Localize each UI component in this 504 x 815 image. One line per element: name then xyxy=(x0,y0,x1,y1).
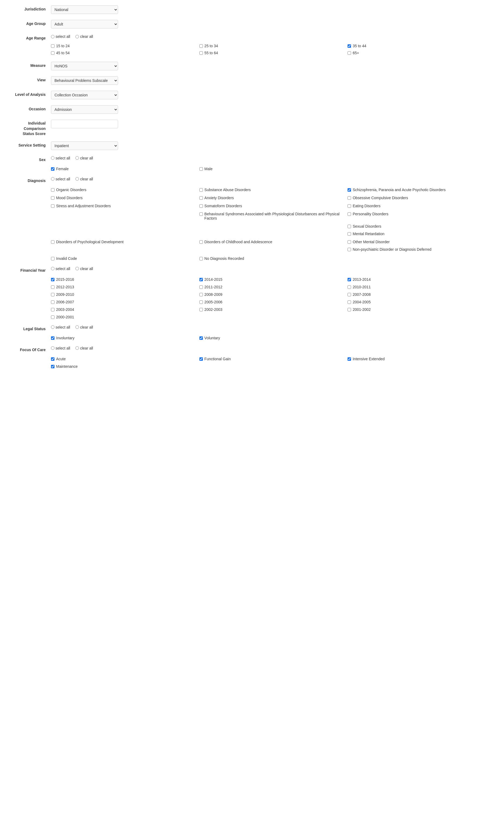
diagnosis-select-all-radio[interactable] xyxy=(51,177,54,181)
occasion-select[interactable]: Admission xyxy=(51,105,118,114)
fy-select-all-radio[interactable] xyxy=(51,267,54,270)
diag-organic-cb[interactable] xyxy=(51,188,54,192)
sex-male-item[interactable]: Male xyxy=(199,166,348,172)
diag-sexual-cb[interactable] xyxy=(348,225,351,228)
diag-non-psychiatric-cb[interactable] xyxy=(348,248,351,251)
fy-2008-2009[interactable]: 2008-2009 xyxy=(199,291,348,298)
level-of-analysis-select[interactable]: Collection Occasion xyxy=(51,91,118,99)
ls-select-all-label[interactable]: select all xyxy=(51,325,70,329)
sex-clear-all-label[interactable]: clear all xyxy=(75,156,93,160)
fy-clear-all-radio[interactable] xyxy=(75,267,79,270)
fy-2014-2015-cb[interactable] xyxy=(199,278,203,281)
age-range-clear-all-radio[interactable] xyxy=(75,35,79,38)
diag-somatoform[interactable]: Somatoform Disorders xyxy=(199,203,348,209)
diag-ocd[interactable]: Obsessive Compulsive Disorders xyxy=(348,195,496,201)
foc-clear-all-radio[interactable] xyxy=(75,346,79,350)
age-range-clear-all-label[interactable]: clear all xyxy=(75,34,93,39)
diag-stress[interactable]: Stress and Adjustment Disorders xyxy=(51,203,199,209)
fy-2000-2001-cb[interactable] xyxy=(51,315,54,319)
diag-other-mental-cb[interactable] xyxy=(348,240,351,244)
foc-acute-cb[interactable] xyxy=(51,357,54,361)
fy-2000-2001[interactable]: 2000-2001 xyxy=(51,314,199,320)
diag-other-mental[interactable]: Other Mental Disorder xyxy=(348,239,496,245)
jurisdiction-select[interactable]: National xyxy=(51,5,118,14)
foc-intensive-extended[interactable]: Intensive Extended xyxy=(348,356,496,362)
fy-2002-2003-cb[interactable] xyxy=(199,308,203,311)
diag-no-diagnosis-cb[interactable] xyxy=(199,257,203,260)
fy-2003-2004-cb[interactable] xyxy=(51,308,54,311)
diag-anxiety-cb[interactable] xyxy=(199,196,203,200)
age-range-select-all-label[interactable]: select all xyxy=(51,34,70,39)
diag-childhood-cb[interactable] xyxy=(199,240,203,244)
fy-2002-2003[interactable]: 2002-2003 xyxy=(199,306,348,313)
diag-personality-cb[interactable] xyxy=(348,212,351,216)
diag-mental-retardation[interactable]: Mental Retardation xyxy=(348,231,496,237)
foc-acute[interactable]: Acute xyxy=(51,356,199,362)
diag-stress-cb[interactable] xyxy=(51,204,54,208)
fy-2011-2012-cb[interactable] xyxy=(199,285,203,289)
fy-select-all-label[interactable]: select all xyxy=(51,267,70,271)
foc-maintenance[interactable]: Maintenance xyxy=(51,363,199,370)
ls-involuntary-cb[interactable] xyxy=(51,336,54,340)
fy-clear-all-label[interactable]: clear all xyxy=(75,267,93,271)
diag-anxiety[interactable]: Anxiety Disorders xyxy=(199,195,348,201)
fy-2010-2011-cb[interactable] xyxy=(348,285,351,289)
diag-somatoform-cb[interactable] xyxy=(199,204,203,208)
fy-2004-2005[interactable]: 2004-2005 xyxy=(348,299,496,305)
diag-eating-cb[interactable] xyxy=(348,204,351,208)
diag-eating[interactable]: Eating Disorders xyxy=(348,203,496,209)
foc-functional-gain[interactable]: Functional Gain xyxy=(199,356,348,362)
fy-2012-2013-cb[interactable] xyxy=(51,285,54,289)
diag-schizophrenia-cb[interactable] xyxy=(348,188,351,192)
fy-2005-2006-cb[interactable] xyxy=(199,300,203,304)
foc-functional-gain-cb[interactable] xyxy=(199,357,203,361)
diag-psych-dev-cb[interactable] xyxy=(51,240,54,244)
fy-2011-2012[interactable]: 2011-2012 xyxy=(199,284,348,290)
fy-2001-2002-cb[interactable] xyxy=(348,308,351,311)
diag-behavioural-syndromes-cb[interactable] xyxy=(199,212,203,216)
diagnosis-select-all-label[interactable]: select all xyxy=(51,177,70,181)
fy-2009-2010-cb[interactable] xyxy=(51,293,54,296)
ls-select-all-radio[interactable] xyxy=(51,325,54,329)
view-select[interactable]: Behavioural Problems Subscale xyxy=(51,76,118,85)
foc-intensive-extended-cb[interactable] xyxy=(348,357,351,361)
age-range-checkbox-2[interactable] xyxy=(348,44,351,48)
diagnosis-clear-all-radio[interactable] xyxy=(75,177,79,181)
foc-select-all-radio[interactable] xyxy=(51,346,54,350)
diag-childhood[interactable]: Disorders of Childhood and Adolescence xyxy=(199,239,348,245)
service-setting-select[interactable]: Inpatient xyxy=(51,141,118,150)
fy-2006-2007[interactable]: 2006-2007 xyxy=(51,299,199,305)
diag-ocd-cb[interactable] xyxy=(348,196,351,200)
fy-2013-2014-cb[interactable] xyxy=(348,278,351,281)
sex-clear-all-radio[interactable] xyxy=(75,156,79,160)
fy-2003-2004[interactable]: 2003-2004 xyxy=(51,306,199,313)
diag-non-psychiatric[interactable]: Non-psychiatric Disorder or Diagnosis De… xyxy=(348,246,496,253)
foc-select-all-label[interactable]: select all xyxy=(51,346,70,350)
sex-female-checkbox[interactable] xyxy=(51,167,54,171)
ls-voluntary-cb[interactable] xyxy=(199,336,203,340)
fy-2015-2016-cb[interactable] xyxy=(51,278,54,281)
individual-comparison-input[interactable] xyxy=(51,120,118,128)
ls-involuntary[interactable]: Involuntary xyxy=(51,335,199,341)
diag-substance-cb[interactable] xyxy=(199,188,203,192)
sex-male-checkbox[interactable] xyxy=(199,167,203,171)
fy-2007-2008-cb[interactable] xyxy=(348,293,351,296)
fy-2008-2009-cb[interactable] xyxy=(199,293,203,296)
diagnosis-clear-all-label[interactable]: clear all xyxy=(75,177,93,181)
diag-invalid[interactable]: Invalid Code xyxy=(51,255,199,262)
fy-2001-2002[interactable]: 2001-2002 xyxy=(348,306,496,313)
fy-2012-2013[interactable]: 2012-2013 xyxy=(51,284,199,290)
fy-2010-2011[interactable]: 2010-2011 xyxy=(348,284,496,290)
diag-mood-cb[interactable] xyxy=(51,196,54,200)
sex-female-item[interactable]: Female xyxy=(51,166,199,172)
diag-sexual[interactable]: Sexual Disorders xyxy=(348,223,496,230)
diag-organic[interactable]: Organic Disorders xyxy=(51,187,199,193)
diag-substance[interactable]: Substance Abuse Disorders xyxy=(199,187,348,193)
sex-select-all-radio[interactable] xyxy=(51,156,54,160)
sex-select-all-label[interactable]: select all xyxy=(51,156,70,160)
age-range-checkbox-0[interactable] xyxy=(51,44,54,48)
fy-2007-2008[interactable]: 2007-2008 xyxy=(348,291,496,298)
foc-clear-all-label[interactable]: clear all xyxy=(75,346,93,350)
age-range-checkbox-4[interactable] xyxy=(199,51,203,55)
diag-invalid-cb[interactable] xyxy=(51,257,54,260)
